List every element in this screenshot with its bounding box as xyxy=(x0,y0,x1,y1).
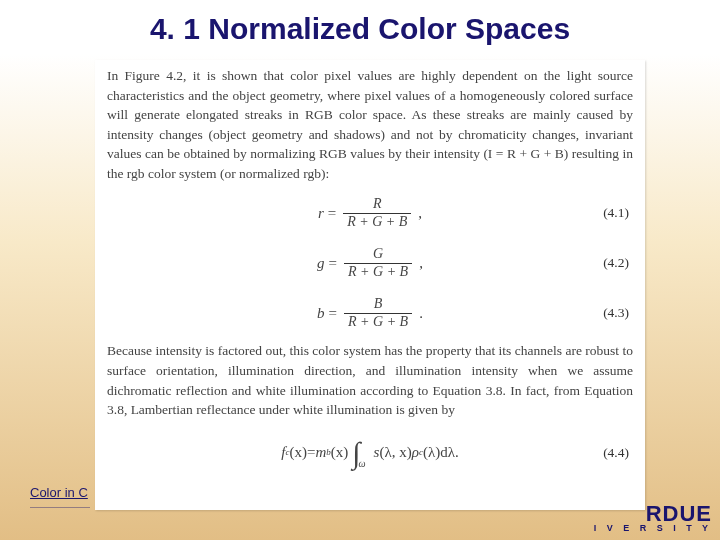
slide-title: 4. 1 Normalized Color Spaces xyxy=(0,12,720,46)
eq4-m-arg: (x) xyxy=(331,442,349,464)
eq2-tag: (4.2) xyxy=(603,254,629,274)
eq3-numerator: B xyxy=(370,296,387,313)
eq4-dlambda: dλ. xyxy=(440,442,459,464)
eq3-denominator: R + G + B xyxy=(344,314,412,331)
paragraph-1: In Figure 4.2, it is shown that color pi… xyxy=(107,66,633,183)
equation-4-4: fc (x) = mb (x) ∫ ω s (λ, x) ρc (λ) dλ. … xyxy=(107,428,633,478)
eq3-lhs: b xyxy=(317,303,325,325)
eq4-int-sub: ω xyxy=(359,457,366,472)
eq2-numerator: G xyxy=(369,246,387,263)
footer-underline xyxy=(30,507,90,508)
brand-sub: I V E R S I T Y xyxy=(594,524,712,532)
eq1-fraction: R R + G + B xyxy=(343,196,411,231)
eq3-tag: (4.3) xyxy=(603,304,629,324)
eq1-numerator: R xyxy=(369,196,386,213)
eq2-punct: , xyxy=(419,253,423,275)
equation-4-3: b = B R + G + B . (4.3) xyxy=(107,291,633,335)
eq3-punct: . xyxy=(419,303,423,325)
slide: 4. 1 Normalized Color Spaces In Figure 4… xyxy=(0,0,720,540)
eq4-f-arg: (x) xyxy=(289,442,307,464)
eq4-rho: ρ xyxy=(412,442,419,464)
paragraph-2: Because intensity is factored out, this … xyxy=(107,341,633,419)
eq4-equals: = xyxy=(307,442,315,464)
equation-4-1: r = R R + G + B , (4.1) xyxy=(107,191,633,235)
eq4-rho-args: (λ) xyxy=(423,442,440,464)
eq1-tag: (4.1) xyxy=(603,204,629,224)
eq4-integral: ∫ ω xyxy=(352,441,369,465)
eq1-lhs: r xyxy=(318,203,324,225)
eq4-m: m xyxy=(315,442,326,464)
book-excerpt: In Figure 4.2, it is shown that color pi… xyxy=(95,60,645,510)
eq1-denominator: R + G + B xyxy=(343,214,411,231)
eq4-tag: (4.4) xyxy=(603,443,629,463)
eq2-denominator: R + G + B xyxy=(344,264,412,281)
eq4-s-args: (λ, x) xyxy=(379,442,411,464)
brand-logo: RDUE I V E R S I T Y xyxy=(594,504,712,532)
footer-link[interactable]: Color in C xyxy=(30,485,88,500)
eq1-punct: , xyxy=(418,203,422,225)
eq3-fraction: B R + G + B xyxy=(344,296,412,331)
eq2-lhs: g xyxy=(317,253,325,275)
equation-4-2: g = G R + G + B , (4.2) xyxy=(107,241,633,285)
eq2-fraction: G R + G + B xyxy=(344,246,412,281)
